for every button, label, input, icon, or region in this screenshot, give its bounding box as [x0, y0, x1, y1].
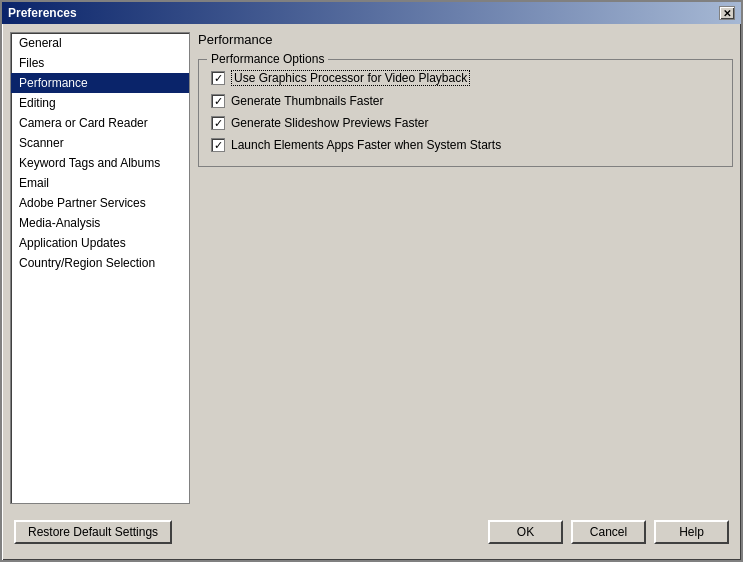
checkbox-launch[interactable]: [211, 138, 225, 152]
checkbox-label-slideshow: Generate Slideshow Previews Faster: [231, 116, 428, 130]
sidebar-item-performance[interactable]: Performance: [11, 73, 189, 93]
option-row-graphics: Use Graphics Processor for Video Playbac…: [211, 70, 720, 86]
sidebar-item-adobe-partner[interactable]: Adobe Partner Services: [11, 193, 189, 213]
ok-button[interactable]: OK: [488, 520, 563, 544]
sidebar-item-media-analysis[interactable]: Media-Analysis: [11, 213, 189, 233]
checkbox-graphics[interactable]: [211, 71, 225, 85]
cancel-button[interactable]: Cancel: [571, 520, 646, 544]
sidebar-item-keyword-tags[interactable]: Keyword Tags and Albums: [11, 153, 189, 173]
option-row-thumbnails: Generate Thumbnails Faster: [211, 94, 720, 108]
checkbox-slideshow[interactable]: [211, 116, 225, 130]
bottom-bar: Restore Default Settings OK Cancel Help: [2, 512, 741, 560]
checkbox-label-thumbnails: Generate Thumbnails Faster: [231, 94, 384, 108]
sidebar-item-email[interactable]: Email: [11, 173, 189, 193]
main-content: Performance Performance Options Use Grap…: [198, 32, 733, 504]
checkbox-thumbnails[interactable]: [211, 94, 225, 108]
dialog-body: General Files Performance Editing Camera…: [2, 24, 741, 512]
dialog-title: Preferences: [8, 6, 77, 20]
preferences-dialog: Preferences ✕ General Files Performance …: [0, 0, 743, 562]
checkbox-label-graphics: Use Graphics Processor for Video Playbac…: [231, 70, 470, 86]
sidebar: General Files Performance Editing Camera…: [10, 32, 190, 504]
help-button[interactable]: Help: [654, 520, 729, 544]
sidebar-item-country-region[interactable]: Country/Region Selection: [11, 253, 189, 273]
section-title: Performance: [198, 32, 733, 47]
sidebar-item-general[interactable]: General: [11, 33, 189, 53]
restore-defaults-button[interactable]: Restore Default Settings: [14, 520, 172, 544]
checkbox-label-launch: Launch Elements Apps Faster when System …: [231, 138, 501, 152]
sidebar-item-app-updates[interactable]: Application Updates: [11, 233, 189, 253]
title-bar: Preferences ✕: [2, 2, 741, 24]
sidebar-item-scanner[interactable]: Scanner: [11, 133, 189, 153]
action-buttons: OK Cancel Help: [488, 520, 729, 544]
option-row-launch: Launch Elements Apps Faster when System …: [211, 138, 720, 152]
sidebar-item-files[interactable]: Files: [11, 53, 189, 73]
option-row-slideshow: Generate Slideshow Previews Faster: [211, 116, 720, 130]
sidebar-item-camera-card[interactable]: Camera or Card Reader: [11, 113, 189, 133]
sidebar-item-editing[interactable]: Editing: [11, 93, 189, 113]
close-button[interactable]: ✕: [719, 6, 735, 20]
performance-options-group: Performance Options Use Graphics Process…: [198, 59, 733, 167]
group-label: Performance Options: [207, 52, 328, 66]
